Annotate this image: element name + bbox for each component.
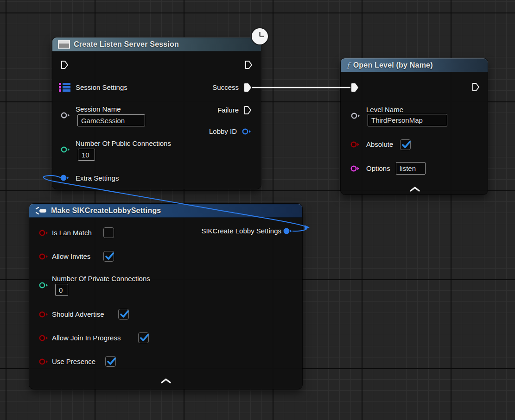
level-name-label: Level Name: [366, 106, 403, 114]
node-header-create-session[interactable]: Create Listen Server Session: [52, 38, 261, 51]
wire-direction-arrow: [305, 225, 310, 230]
num-private-connections-value: 0: [59, 286, 63, 294]
absolute-label: Absolute: [366, 140, 393, 149]
exec-output-pin[interactable]: [471, 82, 480, 94]
session-name-pin[interactable]: [60, 112, 70, 121]
blueprint-graph-canvas[interactable]: { "colors": { "exec_pin": "#f2f2f2", "bo…: [0, 0, 515, 420]
extra-settings-pin[interactable]: [60, 174, 70, 183]
latent-clock-icon: [252, 28, 268, 44]
exec-input-pin[interactable]: [350, 83, 359, 94]
num-private-connections-input[interactable]: 0: [55, 284, 68, 296]
session-settings-label: Session Settings: [76, 83, 127, 92]
session-settings-map-pin[interactable]: [59, 83, 70, 94]
node-title: Create Listen Server Session: [74, 40, 179, 49]
function-icon: f: [346, 61, 350, 70]
num-public-connections-pin[interactable]: [60, 146, 70, 155]
allow-join-in-progress-label: Allow Join In Progress: [52, 334, 121, 342]
level-name-input[interactable]: ThirdPersonMap: [368, 114, 447, 126]
session-name-input[interactable]: GameSession: [77, 114, 145, 126]
is-lan-match-label: Is Lan Match: [52, 229, 92, 237]
node-title: Make SIKCreateLobbySettings: [51, 207, 161, 215]
window-icon: [58, 40, 70, 49]
failure-exec-pin[interactable]: [243, 106, 252, 117]
num-public-connections-input[interactable]: 10: [78, 149, 95, 161]
node-title: Open Level (by Name): [353, 61, 433, 69]
lobby-id-label: Lobby ID: [209, 127, 237, 136]
absolute-pin[interactable]: [350, 141, 360, 150]
level-name-pin[interactable]: [350, 112, 360, 121]
collapse-chevron-icon[interactable]: [160, 377, 172, 385]
success-exec-pin[interactable]: [243, 83, 252, 94]
success-label: Success: [212, 83, 239, 92]
node-open-level-by-name: f Open Level (by Name) Level Name ThirdP…: [341, 58, 488, 194]
checkbox-use-presence[interactable]: [105, 356, 116, 367]
extra-settings-label: Extra Settings: [76, 174, 119, 182]
checkbox-absolute[interactable]: [400, 139, 411, 150]
allow-invites-label: Allow Invites: [52, 252, 90, 261]
node-header-open-level[interactable]: f Open Level (by Name): [341, 58, 488, 72]
should-advertise-pin[interactable]: [38, 311, 48, 320]
lobby-settings-output-pin[interactable]: [283, 227, 292, 237]
lobby-settings-output-label: SIKCreate Lobby Settings: [201, 227, 281, 235]
node-make-sikcreatelobbysettings: Make SIKCreateLobbySettings Is Lan Match…: [29, 204, 302, 389]
allow-join-in-progress-pin[interactable]: [38, 334, 48, 344]
options-value: listen: [400, 164, 416, 172]
lobby-id-pin[interactable]: [242, 128, 251, 137]
num-private-connections-label: Number Of Private Connections: [52, 275, 150, 283]
failure-label: Failure: [217, 106, 239, 114]
make-struct-icon: [35, 207, 47, 215]
options-pin[interactable]: [350, 165, 360, 174]
node-create-listen-server-session: Create Listen Server Session Session Set…: [52, 38, 261, 189]
exec-input-pin[interactable]: [60, 60, 69, 71]
options-label: Options: [366, 164, 390, 173]
is-lan-match-pin[interactable]: [38, 229, 48, 238]
num-public-connections-label: Number Of Public Connections: [76, 139, 171, 148]
checkbox-is-lan-match[interactable]: [103, 227, 114, 238]
session-name-label: Session Name: [76, 105, 121, 113]
use-presence-label: Use Presence: [52, 357, 95, 366]
should-advertise-label: Should Advertise: [52, 310, 104, 319]
checkbox-allow-invites[interactable]: [103, 251, 114, 262]
checkbox-allow-join-in-progress[interactable]: [138, 332, 149, 343]
checkbox-should-advertise[interactable]: [118, 309, 129, 320]
allow-invites-pin[interactable]: [38, 253, 48, 262]
num-private-connections-pin[interactable]: [38, 282, 48, 291]
options-input[interactable]: listen: [396, 162, 426, 175]
node-header-make-settings[interactable]: Make SIKCreateLobbySettings: [29, 204, 302, 218]
exec-output-pin[interactable]: [244, 60, 253, 71]
level-name-value: ThirdPersonMap: [371, 116, 423, 124]
session-name-value: GameSession: [81, 117, 125, 125]
num-public-connections-value: 10: [82, 151, 89, 159]
use-presence-pin[interactable]: [38, 358, 48, 367]
collapse-chevron-icon[interactable]: [409, 185, 420, 194]
